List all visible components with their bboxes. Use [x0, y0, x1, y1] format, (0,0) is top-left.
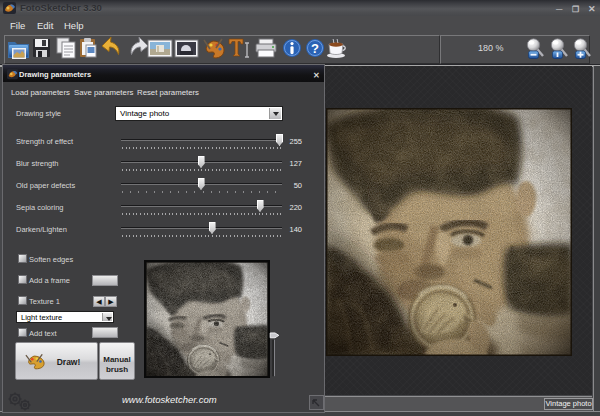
svg-text:?: ? — [311, 41, 319, 56]
